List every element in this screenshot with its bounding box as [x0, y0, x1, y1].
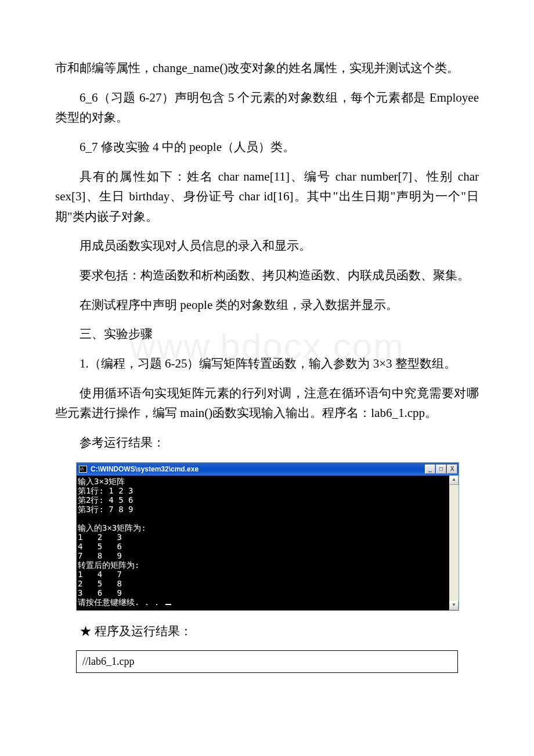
paragraph: ★ 程序及运行结果： [55, 621, 479, 642]
code-line: //lab6_1.cpp [82, 654, 452, 669]
console-output: 输入3×3矩阵 第1行: 1 2 3 第2行: 4 5 6 第3行: 7 8 9… [77, 476, 449, 610]
scroll-track[interactable] [449, 485, 459, 601]
paragraph: 市和邮编等属性，change_name()改变对象的姓名属性，实现并测试这个类。 [55, 58, 479, 78]
console-window: c\ C:\WINDOWS\system32\cmd.exe _ □ X 输入3… [76, 462, 459, 611]
console-cursor [165, 604, 171, 605]
paragraph: 6_6（习题 6-27）声明包含 5 个元素的对象数组，每个元素都是 Emplo… [55, 88, 479, 128]
vertical-scrollbar[interactable]: ▲ ▼ [449, 476, 459, 610]
paragraph: 在测试程序中声明 people 类的对象数组，录入数据并显示。 [55, 295, 479, 315]
window-title: C:\WINDOWS\system32\cmd.exe [91, 465, 199, 473]
console-screenshot: c\ C:\WINDOWS\system32\cmd.exe _ □ X 输入3… [76, 462, 459, 611]
cmd-icon: c\ [79, 466, 87, 473]
paragraph: 1.（编程，习题 6-25）编写矩阵转置函数，输入参数为 3×3 整型数组。 [55, 354, 479, 374]
scroll-up-button[interactable]: ▲ [449, 476, 459, 485]
code-box: //lab6_1.cpp [76, 650, 458, 673]
window-buttons: _ □ X [425, 465, 457, 474]
maximize-button[interactable]: □ [436, 465, 446, 474]
paragraph: 使用循环语句实现矩阵元素的行列对调，注意在循环语句中究竟需要对哪些元素进行操作，… [55, 383, 479, 423]
window-titlebar: c\ C:\WINDOWS\system32\cmd.exe _ □ X [77, 463, 459, 476]
paragraph: 要求包括：构造函数和析构函数、拷贝构造函数、内联成员函数、聚集。 [55, 265, 479, 286]
scroll-down-button[interactable]: ▼ [449, 601, 459, 610]
paragraph: 6_7 修改实验 4 中的 people（人员）类。 [55, 137, 479, 157]
close-button[interactable]: X [447, 465, 457, 474]
paragraph: 参考运行结果： [55, 433, 479, 453]
document-body: 市和邮编等属性，change_name()改变对象的姓名属性，实现并测试这个类。… [55, 58, 479, 673]
paragraph: 用成员函数实现对人员信息的录入和显示。 [55, 236, 479, 256]
paragraph: 具有的属性如下：姓名 char name[11]、编号 char number[… [55, 167, 479, 227]
minimize-button[interactable]: _ [425, 465, 435, 474]
section-heading: 三、实验步骤 [55, 324, 479, 344]
